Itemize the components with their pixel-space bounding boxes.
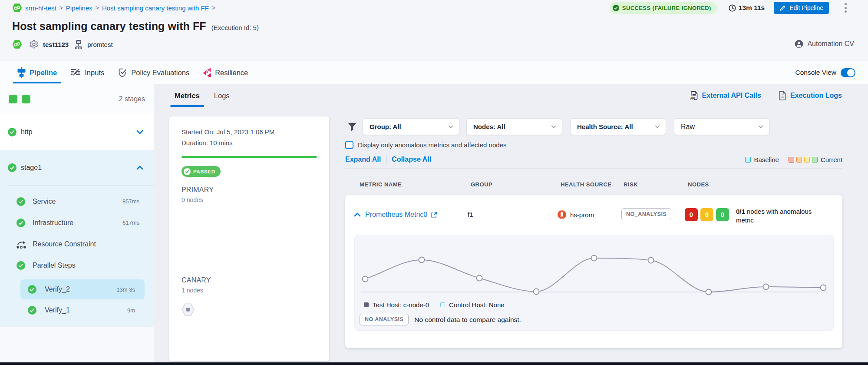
page-title: Host sampling canary testing with FF xyxy=(12,20,206,33)
execution-stage-sidebar: 2 stages http stage1 Service 857ms Infra… xyxy=(0,84,154,362)
tab-pipeline[interactable]: Pipeline xyxy=(13,61,61,84)
more-options-menu[interactable] xyxy=(845,3,847,13)
check-circle-icon xyxy=(8,128,17,136)
expand-all-link[interactable]: Expand All xyxy=(345,156,381,163)
status-badge: SUCCESS (FAILURE IGNORED) xyxy=(610,2,717,14)
stage-count: 2 stages xyxy=(119,95,145,103)
filter-funnel-icon xyxy=(347,123,357,131)
duration-label: Duration: 10 mins xyxy=(182,139,317,147)
step-parallel-steps[interactable]: Parallel Steps xyxy=(0,255,154,276)
step-verify-2[interactable]: Verify_2 13m 3s xyxy=(20,279,145,299)
data-mode-select[interactable]: Raw xyxy=(674,118,769,135)
execution-logs-link[interactable]: Execution Logs xyxy=(778,91,842,100)
detail-subtabs: Metrics Logs xyxy=(170,84,234,107)
edit-pipeline-button[interactable]: Edit Pipeline xyxy=(774,2,829,14)
environment-icon xyxy=(74,40,83,49)
chevron-down-icon xyxy=(136,130,143,134)
stage-section-stage1: stage1 Service 857ms Infrastructure 617m… xyxy=(0,150,154,327)
collapse-all-link[interactable]: Collapse All xyxy=(392,156,431,163)
health-source-filter-select[interactable]: Health Source: All xyxy=(570,118,666,135)
console-view-label: Console View xyxy=(795,69,837,76)
breadcrumb-pipeline-name[interactable]: Host sampling canary testing with FF xyxy=(102,4,209,12)
step-infrastructure[interactable]: Infrastructure 617ms xyxy=(0,212,154,233)
control-host-swatch xyxy=(440,302,445,307)
tab-policy-evaluations[interactable]: Policy Evaluations xyxy=(113,61,194,84)
canary-label: CANARY xyxy=(182,276,317,284)
group-filter-select[interactable]: Group: All xyxy=(363,118,459,135)
subtab-metrics[interactable]: Metrics xyxy=(170,84,204,107)
stage-row-stage1[interactable]: stage1 xyxy=(0,150,154,185)
col-nodes: NODES xyxy=(688,181,842,188)
passed-badge: PASSED xyxy=(182,166,221,177)
user-avatar-icon xyxy=(795,40,803,48)
test-host-swatch xyxy=(364,302,369,307)
nodes-summary: 0/1 nodes with anomalous metric xyxy=(736,207,821,224)
console-view-toggle[interactable] xyxy=(841,68,855,77)
chevron-down-icon xyxy=(758,125,763,129)
gear-icon xyxy=(29,40,39,49)
current-legend-label: Current xyxy=(821,156,842,163)
step-verify-1[interactable]: Verify_1 9m xyxy=(20,300,145,320)
current-yellow-swatch xyxy=(804,157,810,163)
breadcrumb-pipelines[interactable]: Pipelines xyxy=(66,4,92,12)
pipeline-icon xyxy=(17,67,26,78)
started-on-label: Started On: Jul 5, 2023 1:06 PM xyxy=(182,128,317,136)
metric-row-card: Prometheus Metric0 f1 hs-prom NO_ANALYSI… xyxy=(345,195,842,348)
metric-name-link[interactable]: Prometheus Metric0 xyxy=(365,211,427,219)
breadcrumb-separator: > xyxy=(59,4,63,11)
subtab-logs[interactable]: Logs xyxy=(210,84,234,107)
verification-summary-card: Started On: Jul 5, 2023 1:06 PM Duration… xyxy=(169,116,329,361)
execution-duration: 13m 11s xyxy=(729,4,765,12)
anomalous-only-label[interactable]: Display only anomalous metrics and affec… xyxy=(358,141,506,149)
external-api-calls-link[interactable]: External API Calls xyxy=(690,91,761,100)
execution-detail-panel: Metrics Logs External API Calls Executio… xyxy=(154,84,868,362)
clock-icon xyxy=(729,4,736,12)
triggered-by-user: Automation CV xyxy=(795,40,854,48)
baseline-legend-label: Baseline xyxy=(754,156,779,163)
anomalous-only-checkbox[interactable] xyxy=(345,141,353,149)
chevron-down-icon xyxy=(448,125,453,129)
metric-group-value: f1 xyxy=(468,208,558,221)
current-green-swatch xyxy=(812,157,818,163)
shield-check-icon xyxy=(118,68,127,78)
breadcrumb-separator: > xyxy=(212,4,215,11)
api-document-icon xyxy=(690,91,698,100)
metric-sparkline[interactable] xyxy=(355,235,833,300)
canary-node-hexagon[interactable] xyxy=(182,303,195,316)
no-analysis-message: No control data to compare against. xyxy=(414,316,521,324)
yellow-count: 0 xyxy=(700,208,713,221)
nodes-filter-select[interactable]: Nodes: All xyxy=(466,118,562,135)
check-circle-icon xyxy=(8,163,17,172)
host-legend: Test Host: c-node-0 Control Host: None xyxy=(360,301,505,309)
tab-resilience[interactable]: Resilience xyxy=(198,61,252,84)
collapse-chevron-up-icon[interactable] xyxy=(354,212,361,217)
stage-row-http[interactable]: http xyxy=(0,114,154,150)
document-icon xyxy=(778,91,786,100)
srm-module-icon xyxy=(12,3,22,13)
external-link-icon[interactable] xyxy=(431,212,437,218)
page-header: srm-hf-test > Pipelines > Host sampling … xyxy=(0,0,868,61)
check-circle-icon xyxy=(17,219,25,227)
check-circle-icon xyxy=(613,5,619,11)
chevron-down-icon xyxy=(551,125,556,129)
health-source-value: hs-prom xyxy=(558,208,621,221)
module-tabbar: Pipeline Inputs Policy Evaluations Resil… xyxy=(0,61,868,84)
breadcrumb-separator: > xyxy=(96,4,99,11)
no-analysis-badge: NO ANALYSIS xyxy=(360,314,409,325)
environment-ref-label: promtest xyxy=(87,41,112,48)
metric-chart-panel: Test Host: c-node-0 Control Host: None N… xyxy=(354,235,834,331)
chevron-down-icon xyxy=(655,125,660,129)
chaos-icon xyxy=(203,68,211,78)
breadcrumb-project[interactable]: srm-hf-test xyxy=(25,4,56,12)
current-orange-swatch xyxy=(796,157,802,163)
stage-status-square xyxy=(9,95,17,103)
tab-inputs[interactable]: Inputs xyxy=(66,61,109,84)
col-health-source: HEALTH SOURCE xyxy=(561,181,624,188)
metric-table-row: Prometheus Metric0 f1 hs-prom NO_ANALYSI… xyxy=(345,195,842,224)
no-analysis-row: NO ANALYSIS No control data to compare a… xyxy=(360,314,521,325)
col-metric-name: METRIC NAME xyxy=(360,181,471,188)
step-service[interactable]: Service 857ms xyxy=(0,191,154,212)
step-resource-constraint[interactable]: Resource Constraint xyxy=(0,233,154,255)
stage-status-square xyxy=(22,95,30,103)
chart-color-legend: Baseline Current xyxy=(745,156,842,163)
